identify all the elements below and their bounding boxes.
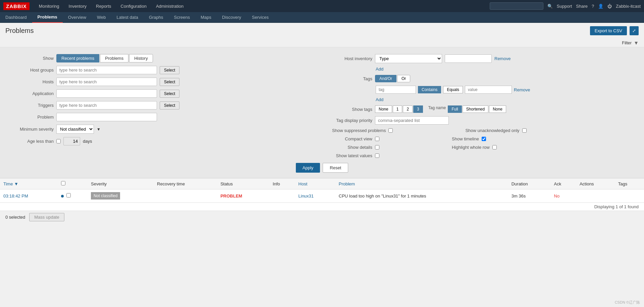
suppressed-checkbox[interactable] bbox=[388, 128, 393, 133]
show-latest-checkbox[interactable] bbox=[375, 154, 379, 158]
subnav-problems[interactable]: Problems bbox=[32, 12, 63, 23]
row-duration: 3m 36s bbox=[508, 189, 551, 203]
show-tab-recent[interactable]: Recent problems bbox=[56, 54, 99, 62]
share-link[interactable]: Share bbox=[576, 4, 588, 9]
subnav-overview[interactable]: Overview bbox=[63, 12, 92, 23]
min-severity-select[interactable]: Not classified Information Warning Avera… bbox=[56, 125, 94, 134]
filter-left: Show Recent problems Problems History Ho… bbox=[13, 54, 312, 158]
triggers-input[interactable] bbox=[56, 101, 157, 109]
support-link[interactable]: Support bbox=[557, 4, 572, 9]
inventory-add-link[interactable]: Add bbox=[376, 67, 383, 72]
host-groups-input[interactable] bbox=[56, 66, 157, 74]
time-link[interactable]: 03:18:42 PM bbox=[3, 193, 28, 199]
col-problem[interactable]: Problem bbox=[335, 178, 508, 189]
nav-inventory[interactable]: Inventory bbox=[65, 2, 91, 11]
compact-view-checkbox[interactable] bbox=[375, 137, 379, 141]
unacknowledged-checkbox[interactable] bbox=[522, 128, 527, 133]
tag-shortened-button[interactable]: Shortened bbox=[463, 105, 488, 113]
filter-icon[interactable]: ▼ bbox=[634, 40, 639, 46]
inventory-remove-link[interactable]: Remove bbox=[494, 56, 511, 61]
nav-administration[interactable]: Administration bbox=[152, 2, 187, 11]
search-icon[interactable]: 🔍 bbox=[547, 4, 553, 9]
col-ack: Ack bbox=[551, 178, 576, 189]
filter-right: Host inventory Type Name OS Location Rem… bbox=[332, 54, 631, 158]
status-dot bbox=[61, 195, 64, 198]
show-tags-none-button[interactable]: None bbox=[375, 105, 392, 113]
hosts-input[interactable] bbox=[56, 78, 157, 86]
col-host[interactable]: Host bbox=[295, 178, 335, 189]
user-icon[interactable]: 👤 bbox=[598, 4, 603, 9]
export-csv-button[interactable]: Export to CSV bbox=[590, 26, 627, 35]
selected-count: 0 selected bbox=[5, 215, 25, 220]
subnav-maps[interactable]: Maps bbox=[195, 12, 217, 23]
problem-input[interactable] bbox=[56, 113, 157, 121]
power-icon[interactable]: ⏻ bbox=[607, 4, 612, 9]
show-details-label: Show details bbox=[332, 145, 372, 150]
age-input[interactable]: 14 bbox=[63, 137, 80, 145]
col-checkbox-header[interactable] bbox=[58, 178, 88, 189]
mass-update-button[interactable]: Mass update bbox=[29, 213, 64, 221]
show-tags-label: Show tags bbox=[332, 107, 372, 112]
host-inventory-select[interactable]: Type Name OS Location bbox=[375, 54, 442, 63]
ack-value: No bbox=[554, 193, 560, 199]
show-details-checkbox[interactable] bbox=[375, 145, 379, 149]
tags-or-button[interactable]: Or bbox=[397, 75, 410, 82]
select-all-checkbox[interactable] bbox=[61, 181, 65, 185]
host-link[interactable]: Linux31 bbox=[299, 193, 314, 199]
filter-panel: Show Recent problems Problems History Ho… bbox=[0, 47, 644, 178]
subnav-screens[interactable]: Screens bbox=[169, 12, 196, 23]
tag-priority-row: Tag display priority bbox=[332, 116, 631, 125]
subnav-discovery[interactable]: Discovery bbox=[217, 12, 247, 23]
hosts-select-button[interactable]: Select bbox=[160, 78, 179, 86]
tag-remove-link[interactable]: Remove bbox=[514, 87, 530, 92]
tag-priority-input[interactable] bbox=[375, 116, 449, 125]
show-tab-history[interactable]: History bbox=[129, 54, 153, 62]
compact-view-label: Compact view bbox=[332, 136, 372, 141]
tag-full-button[interactable]: Full bbox=[448, 105, 462, 113]
show-tags-3-button[interactable]: 3 bbox=[413, 105, 423, 113]
logo[interactable]: ZABBIX bbox=[3, 2, 30, 10]
subnav-services[interactable]: Services bbox=[247, 12, 274, 23]
subnav-latest-data[interactable]: Latest data bbox=[111, 12, 144, 23]
show-row: Show Recent problems Problems History bbox=[13, 54, 312, 62]
subnav-graphs[interactable]: Graphs bbox=[144, 12, 169, 23]
row-recovery-time bbox=[154, 189, 217, 203]
subnav-web[interactable]: Web bbox=[92, 12, 111, 23]
show-tab-problems[interactable]: Problems bbox=[100, 54, 128, 62]
host-inventory-value[interactable] bbox=[445, 54, 492, 63]
application-input[interactable] bbox=[56, 89, 157, 98]
show-tags-2-button[interactable]: 2 bbox=[403, 105, 413, 113]
col-time[interactable]: Time ▼ bbox=[0, 178, 58, 189]
show-tags-1-button[interactable]: 1 bbox=[393, 105, 402, 113]
expand-button[interactable]: ⤢ bbox=[630, 26, 639, 35]
problem-link[interactable]: CPU load too high on "Linux31" for 1 min… bbox=[339, 193, 426, 199]
nav-monitoring[interactable]: Monitoring bbox=[35, 2, 63, 11]
tags-and-or-button[interactable]: And/Or bbox=[375, 75, 396, 82]
filter-grid: Show Recent problems Problems History Ho… bbox=[13, 54, 631, 158]
search-input[interactable] bbox=[490, 2, 543, 10]
apply-button[interactable]: Apply bbox=[296, 163, 320, 173]
tags-add-link[interactable]: Add bbox=[376, 97, 383, 102]
tag-name-input[interactable] bbox=[376, 86, 416, 94]
show-tags-row: Show tags None 1 2 3 Tag name Full Short… bbox=[332, 105, 631, 113]
application-select-button[interactable]: Select bbox=[160, 90, 179, 98]
help-icon[interactable]: ? bbox=[592, 4, 594, 9]
row-checkbox[interactable] bbox=[66, 193, 71, 198]
tag-none-button[interactable]: None bbox=[489, 105, 506, 113]
host-groups-select-button[interactable]: Select bbox=[160, 66, 179, 74]
reset-button[interactable]: Reset bbox=[323, 163, 348, 173]
nav-configuration[interactable]: Configuration bbox=[117, 2, 151, 11]
nav-reports[interactable]: Reports bbox=[92, 2, 115, 11]
tag-equals-button[interactable]: Equals bbox=[443, 86, 463, 93]
tag-contains-button[interactable]: Contains bbox=[418, 86, 441, 93]
show-timeline-label: Show timeline bbox=[452, 136, 479, 141]
highlight-row-checkbox[interactable] bbox=[492, 145, 497, 149]
subnav-dashboard[interactable]: Dashboard bbox=[0, 12, 32, 23]
show-timeline-checkbox[interactable] bbox=[482, 137, 486, 141]
triggers-select-button[interactable]: Select bbox=[160, 101, 179, 109]
sub-navbar: Dashboard Problems Overview Web Latest d… bbox=[0, 12, 644, 23]
hosts-row: Hosts Select bbox=[13, 78, 312, 86]
tag-value-input[interactable] bbox=[465, 86, 512, 94]
show-label: Show bbox=[13, 56, 54, 61]
age-checkbox[interactable] bbox=[56, 139, 61, 143]
